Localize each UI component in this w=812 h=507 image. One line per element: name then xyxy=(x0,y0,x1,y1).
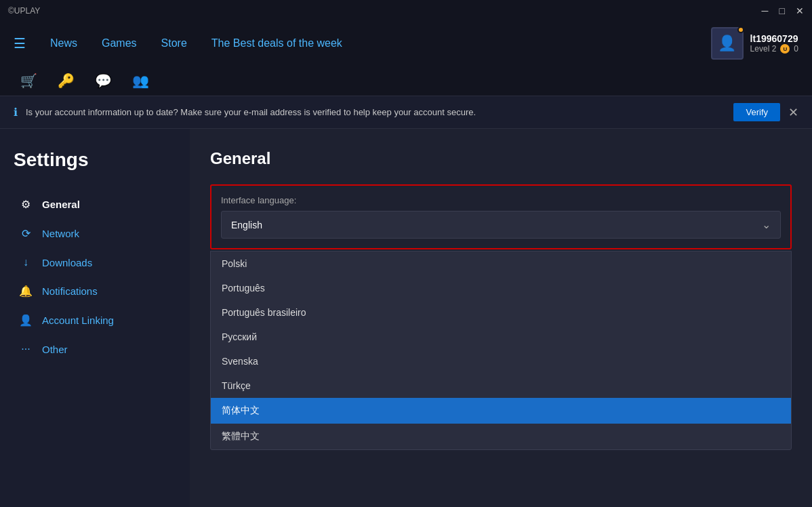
lang-option-simplified-chinese[interactable]: 简体中文 xyxy=(211,398,791,424)
cart-icon[interactable]: 🛒 xyxy=(20,73,37,89)
titlebar-controls: ─ □ ✕ xyxy=(762,5,804,16)
lang-option-turkish[interactable]: Türkçe xyxy=(211,373,791,398)
logo-text: ©UPLAY xyxy=(8,6,40,16)
other-label: Other xyxy=(42,344,68,355)
notification-close-button[interactable]: ✕ xyxy=(788,105,798,120)
network-label: Network xyxy=(42,228,79,239)
friends-icon[interactable]: 👥 xyxy=(132,73,149,89)
lang-option-russian[interactable]: Русский xyxy=(211,325,791,349)
avatar[interactable]: 👤 xyxy=(711,27,744,60)
selected-language: English xyxy=(231,220,262,230)
notifications-label: Notifications xyxy=(42,285,98,297)
sidebar: Settings ⚙ General ⟳ Network ↓ Downloads… xyxy=(0,129,190,507)
settings-content: General Interface language: English ⌄ Po… xyxy=(190,129,812,507)
account-icon: 👤 xyxy=(19,314,33,327)
network-icon: ⟳ xyxy=(19,227,33,240)
verify-button[interactable]: Verify xyxy=(733,103,780,121)
user-level: Level 2 U 0 xyxy=(750,44,798,54)
nav-bottom: 🛒 🔑 💬 👥 xyxy=(0,65,812,96)
online-indicator xyxy=(737,26,744,33)
sidebar-item-network[interactable]: ⟳ Network xyxy=(14,220,176,247)
nav-games[interactable]: Games xyxy=(91,32,148,55)
app-logo: ©UPLAY xyxy=(8,6,40,16)
sidebar-item-other[interactable]: ··· Other xyxy=(14,336,176,362)
lang-option-portugues-br[interactable]: Português brasileiro xyxy=(211,300,791,325)
sidebar-item-account-linking[interactable]: 👤 Account Linking xyxy=(14,307,176,333)
sidebar-item-notifications[interactable]: 🔔 Notifications xyxy=(14,278,176,304)
settings-title: Settings xyxy=(14,149,176,171)
close-button[interactable]: ✕ xyxy=(796,5,804,16)
main-layout: Settings ⚙ General ⟳ Network ↓ Downloads… xyxy=(0,129,812,507)
downloads-label: Downloads xyxy=(42,257,92,268)
language-select[interactable]: English ⌄ xyxy=(221,211,781,239)
user-info: lt19960729 Level 2 U 0 xyxy=(750,33,798,54)
chevron-down-icon: ⌄ xyxy=(762,218,771,231)
hamburger-menu[interactable]: ☰ xyxy=(14,35,26,52)
key-icon[interactable]: 🔑 xyxy=(58,73,75,89)
notification-text: Is your account information up to date? … xyxy=(26,107,725,117)
general-label: General xyxy=(42,199,80,210)
nav-deals[interactable]: The Best deals of the week xyxy=(201,32,353,55)
lang-option-traditional-chinese[interactable]: 繁體中文 xyxy=(211,424,791,449)
coin-icon: U xyxy=(780,44,790,54)
nav-links: News Games Store The Best deals of the w… xyxy=(39,32,706,55)
notification-bar: ℹ Is your account information up to date… xyxy=(0,96,812,129)
nav-store[interactable]: Store xyxy=(150,32,198,55)
chat-icon[interactable]: 💬 xyxy=(95,73,112,89)
maximize-button[interactable]: □ xyxy=(779,5,785,16)
dots-icon: ··· xyxy=(19,343,33,355)
bell-icon: 🔔 xyxy=(19,285,33,298)
language-label: Interface language: xyxy=(221,195,781,205)
info-icon: ℹ xyxy=(14,106,18,119)
minimize-button[interactable]: ─ xyxy=(762,5,769,16)
nav-top: ☰ News Games Store The Best deals of the… xyxy=(0,22,812,65)
username: lt19960729 xyxy=(750,33,798,44)
lang-option-svenska[interactable]: Svenska xyxy=(211,349,791,373)
avatar-icon: 👤 xyxy=(718,35,736,52)
nav-user: 👤 lt19960729 Level 2 U 0 xyxy=(711,27,798,60)
navbar: ☰ News Games Store The Best deals of the… xyxy=(0,22,812,96)
titlebar: ©UPLAY ─ □ ✕ xyxy=(0,0,812,22)
sidebar-item-downloads[interactable]: ↓ Downloads xyxy=(14,249,176,275)
sidebar-item-general[interactable]: ⚙ General xyxy=(14,191,176,218)
lang-option-polski[interactable]: Polski xyxy=(211,251,791,276)
language-section: Interface language: English ⌄ xyxy=(210,184,792,249)
download-icon: ↓ xyxy=(19,256,33,268)
lang-option-portugues[interactable]: Português xyxy=(211,276,791,300)
content-title: General xyxy=(210,149,792,168)
gear-icon: ⚙ xyxy=(19,198,33,211)
account-linking-label: Account Linking xyxy=(42,315,114,326)
nav-news[interactable]: News xyxy=(39,32,88,55)
language-dropdown: Polski Português Português brasileiro Ру… xyxy=(210,251,792,450)
